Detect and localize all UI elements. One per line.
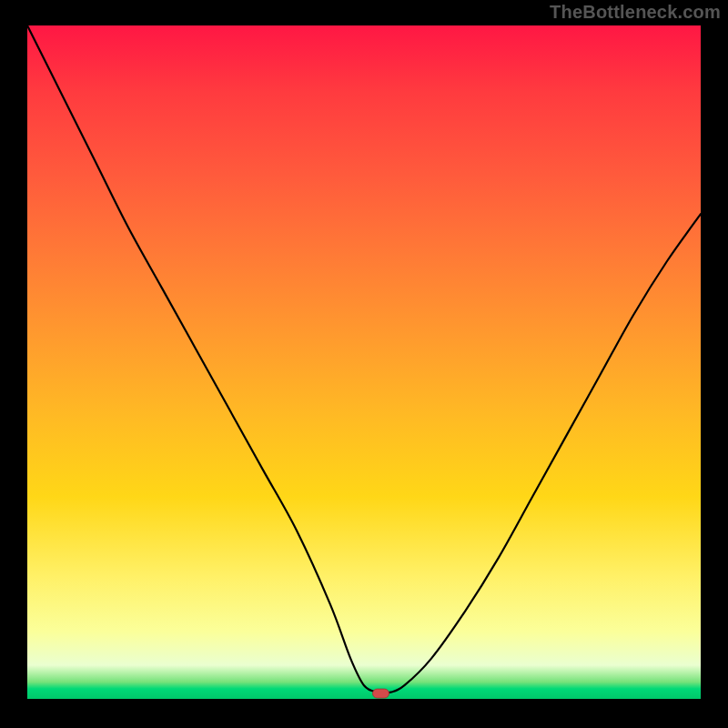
chart-frame: TheBottleneck.com — [0, 0, 728, 728]
bottleneck-curve — [27, 25, 701, 693]
plot-area — [27, 25, 701, 699]
watermark-text: TheBottleneck.com — [550, 2, 721, 23]
curve-svg — [27, 25, 701, 699]
min-marker — [373, 689, 389, 698]
